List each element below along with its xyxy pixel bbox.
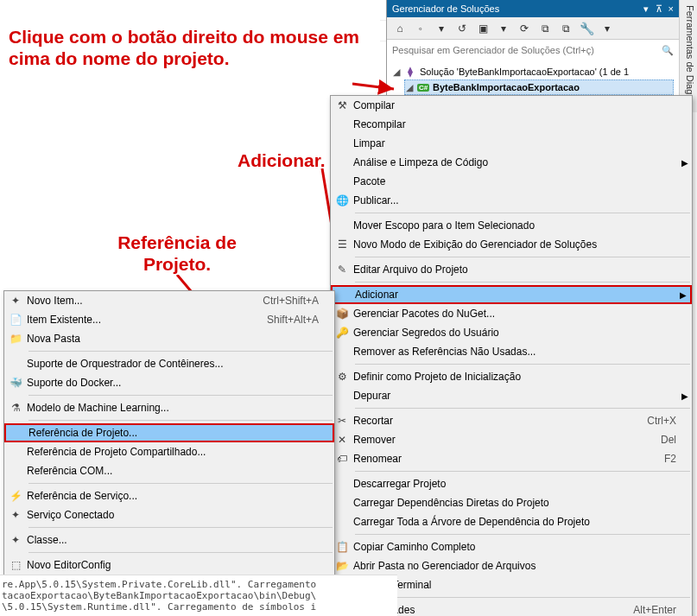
menu-separator bbox=[29, 351, 333, 352]
context-menu-item[interactable]: Depurar▶ bbox=[331, 386, 692, 405]
menu-item-label: Mover Escopo para o Item Selecionado bbox=[353, 219, 676, 232]
context-menu-item[interactable]: 📦Gerenciar Pacotes do NuGet... bbox=[331, 304, 692, 323]
context-menu-item[interactable]: ✕RemoverDel bbox=[331, 430, 692, 449]
project-label: ByteBankImportacaoExportacao bbox=[433, 82, 580, 92]
dropdown-icon[interactable]: ▾ bbox=[598, 19, 617, 38]
menu-icon bbox=[6, 423, 29, 442]
context-menu-item[interactable]: Limpar bbox=[331, 134, 692, 153]
add-submenu-item[interactable]: 📄Item Existente...Shift+Alt+A bbox=[4, 310, 334, 329]
🐳-menu-icon: 🐳 bbox=[4, 373, 27, 392]
menu-item-label: Publicar... bbox=[353, 194, 676, 206]
menu-icon bbox=[4, 354, 27, 373]
back-icon[interactable]: ◦ bbox=[411, 19, 430, 38]
search-input[interactable] bbox=[392, 45, 658, 55]
⚗-menu-icon: ⚗ bbox=[4, 398, 27, 417]
context-menu-item[interactable]: ⚒Compilar bbox=[331, 96, 692, 115]
menu-item-label: Suporte do Docker... bbox=[27, 377, 319, 389]
menu-separator bbox=[355, 408, 690, 409]
menu-item-label: Recompilar bbox=[353, 118, 676, 130]
menu-icon bbox=[4, 461, 27, 480]
solution-tree: ◢ ⧫ Solução 'ByteBankImportacaoExportaca… bbox=[387, 60, 679, 98]
context-menu-item[interactable]: Análise e Limpeza de Código▶ bbox=[331, 153, 692, 172]
context-menu-item[interactable]: ⚙Definir como Projeto de Inicialização bbox=[331, 367, 692, 386]
add-submenu-item[interactable]: ✦Classe... bbox=[4, 530, 334, 549]
menu-item-label: Referência de Projeto Compartilhado... bbox=[27, 446, 319, 458]
solution-explorer-title: Gerenciador de Soluções bbox=[392, 3, 499, 14]
dropdown-icon[interactable]: ▾ bbox=[432, 19, 451, 38]
annotation-referencia: Referência de Projeto. bbox=[104, 232, 250, 275]
menu-separator bbox=[355, 471, 690, 472]
collapse-icon[interactable]: ⧉ bbox=[535, 19, 554, 38]
solution-explorer-toolbar: ⌂ ◦ ▾ ↺ ▣ ▾ ⟳ ⧉ ⧉ 🔧 ▾ bbox=[387, 17, 679, 40]
add-submenu-item[interactable]: Referência de Projeto... bbox=[4, 423, 334, 442]
context-menu-item[interactable]: 🔑Gerenciar Segredos do Usuário bbox=[331, 323, 692, 342]
menu-item-label: Remover as Referências Não Usadas... bbox=[353, 346, 676, 358]
menu-icon bbox=[4, 442, 27, 461]
menu-separator bbox=[29, 527, 333, 528]
add-submenu-item[interactable]: 📁Nova Pasta bbox=[4, 329, 334, 348]
add-submenu-item[interactable]: ✦Novo Item...Ctrl+Shift+A bbox=[4, 291, 334, 310]
context-menu-item[interactable]: Pacote bbox=[331, 172, 692, 191]
chevron-right-icon: ▶ bbox=[681, 158, 688, 168]
menu-item-label: Referência de Projeto... bbox=[29, 427, 317, 439]
menu-icon bbox=[331, 134, 353, 153]
context-menu-item[interactable]: 🌐Publicar... bbox=[331, 191, 692, 210]
annotation-adicionar: Adicionar. bbox=[238, 149, 326, 171]
context-menu-item[interactable]: Remover as Referências Não Usadas... bbox=[331, 342, 692, 361]
expand-icon[interactable]: ◢ bbox=[405, 82, 414, 93]
context-menu-item[interactable]: ✂RecortarCtrl+X bbox=[331, 411, 692, 430]
add-submenu-item[interactable]: Referência de Projeto Compartilhado... bbox=[4, 442, 334, 461]
context-menu-item[interactable]: 🏷RenomearF2 bbox=[331, 449, 692, 468]
⚒-menu-icon: ⚒ bbox=[331, 96, 353, 115]
context-menu-item[interactable]: Mover Escopo para o Item Selecionado bbox=[331, 216, 692, 235]
expand-icon[interactable]: ◢ bbox=[392, 67, 401, 78]
project-node[interactable]: ◢ C# ByteBankImportacaoExportacao bbox=[404, 79, 674, 95]
home-icon[interactable]: ⌂ bbox=[390, 19, 409, 38]
search-icon[interactable]: 🔍 bbox=[662, 45, 674, 56]
pin-icon[interactable]: ⊼ bbox=[656, 3, 662, 14]
add-submenu-item[interactable]: ⚗Modelo de Machine Learning... bbox=[4, 398, 334, 417]
context-menu-item[interactable]: Carregar Toda a Árvore de Dependência do… bbox=[331, 512, 692, 531]
context-menu-item[interactable]: ☰Novo Modo de Exibição do Gerenciador de… bbox=[331, 235, 692, 254]
context-menu-item[interactable]: Carregar Dependências Diretas do Projeto bbox=[331, 493, 692, 512]
✦-menu-icon: ✦ bbox=[4, 505, 27, 524]
menu-item-label: Pacote bbox=[353, 175, 676, 187]
context-menu-item[interactable]: ✎Editar Arquivo do Projeto bbox=[331, 260, 692, 279]
copy-icon[interactable]: ⧉ bbox=[556, 19, 575, 38]
menu-separator bbox=[355, 364, 690, 365]
add-submenu: ✦Novo Item...Ctrl+Shift+A📄Item Existente… bbox=[3, 290, 335, 575]
menu-item-label: Abrir no Terminal bbox=[353, 579, 676, 591]
refresh-icon[interactable]: ⟳ bbox=[515, 19, 534, 38]
context-menu-item[interactable]: 📂Abrir Pasta no Gerenciador de Arquivos bbox=[331, 556, 692, 575]
properties-icon[interactable]: ▣ bbox=[473, 19, 492, 38]
context-menu-item[interactable]: Descarregar Projeto bbox=[331, 474, 692, 493]
context-menu-item[interactable]: Recompilar bbox=[331, 115, 692, 134]
add-submenu-item[interactable]: Suporte de Orquestrador de Contêineres..… bbox=[4, 354, 334, 373]
solution-node[interactable]: ◢ ⧫ Solução 'ByteBankImportacaoExportaca… bbox=[392, 64, 674, 79]
menu-shortcut: Alt+Enter bbox=[633, 604, 676, 616]
menu-separator bbox=[355, 213, 690, 213]
menu-shortcut: F2 bbox=[664, 453, 676, 465]
menu-item-label: Modelo de Machine Learning... bbox=[27, 402, 319, 414]
refresh-icon[interactable]: ↺ bbox=[453, 19, 472, 38]
dropdown-icon[interactable]: ▾ bbox=[494, 19, 513, 38]
add-submenu-item[interactable]: ✦Serviço Conectado bbox=[4, 505, 334, 524]
context-menu-item[interactable]: Adicionar▶ bbox=[331, 285, 692, 304]
✦-menu-icon: ✦ bbox=[4, 291, 27, 310]
menu-item-label: Suporte de Orquestrador de Contêineres..… bbox=[27, 358, 319, 370]
menu-item-label: Gerenciar Segredos do Usuário bbox=[353, 327, 676, 339]
solution-explorer-search: 🔍 bbox=[387, 40, 679, 60]
context-menu-item[interactable]: 📋Copiar Caminho Completo bbox=[331, 537, 692, 556]
menu-item-label: Classe... bbox=[27, 534, 319, 546]
close-icon[interactable]: × bbox=[668, 3, 674, 14]
menu-item-label: Limpar bbox=[353, 137, 676, 149]
add-submenu-item[interactable]: Referência COM... bbox=[4, 461, 334, 480]
menu-separator bbox=[355, 257, 690, 257]
wrench-icon[interactable]: 🔧 bbox=[577, 19, 596, 38]
add-submenu-item[interactable]: ⚡Referência de Serviço... bbox=[4, 486, 334, 505]
menu-shortcut: Shift+Alt+A bbox=[267, 314, 319, 326]
dropdown-icon[interactable]: ▾ bbox=[643, 3, 649, 14]
solution-label: Solução 'ByteBankImportacaoExportacao' (… bbox=[420, 67, 629, 77]
add-submenu-item[interactable]: 🐳Suporte do Docker... bbox=[4, 373, 334, 392]
add-submenu-item[interactable]: ⬚Novo EditorConfig bbox=[4, 556, 334, 575]
